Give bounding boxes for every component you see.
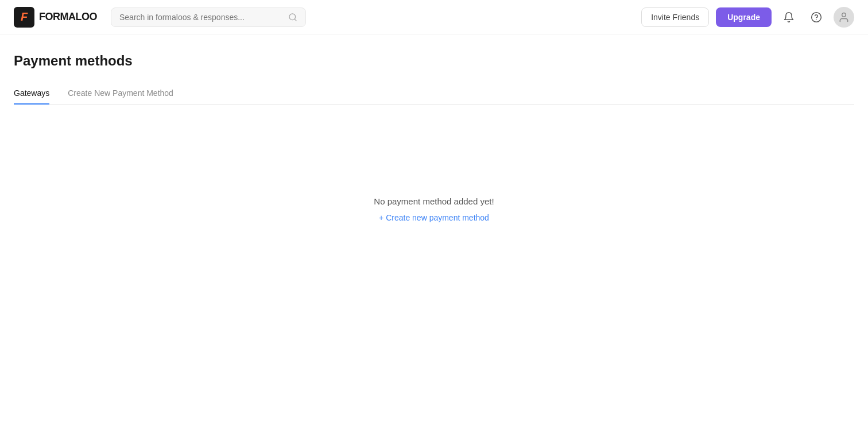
header-right: Invite Friends Upgrade (641, 7, 854, 28)
tab-create-new[interactable]: Create New Payment Method (68, 83, 173, 105)
logo-text: FORMALOO (39, 11, 97, 23)
logo-f-letter: F (21, 10, 28, 24)
bell-icon (783, 11, 795, 23)
search-input[interactable] (119, 13, 284, 22)
logo-icon: F (14, 7, 34, 28)
tab-gateways[interactable]: Gateways (14, 83, 49, 105)
user-icon (838, 11, 850, 23)
page-title: Payment methods (14, 53, 854, 69)
create-payment-method-link[interactable]: + Create new payment method (379, 213, 489, 222)
header: F FORMALOO Invite Friends Upgrade (0, 0, 868, 34)
search-icon (288, 13, 297, 22)
svg-point-4 (842, 13, 846, 17)
logo[interactable]: F FORMALOO (14, 7, 97, 28)
tabs-bar: Gateways Create New Payment Method (14, 83, 854, 105)
search-bar[interactable] (111, 7, 306, 27)
help-button[interactable] (806, 7, 827, 28)
avatar-button[interactable] (834, 7, 854, 28)
svg-line-1 (294, 19, 296, 21)
help-icon (811, 11, 822, 23)
invite-friends-button[interactable]: Invite Friends (641, 7, 709, 27)
empty-message: No payment method added yet! (374, 196, 494, 206)
main-content: Payment methods Gateways Create New Paym… (0, 34, 868, 222)
svg-point-2 (812, 12, 822, 22)
empty-state: No payment method added yet! + Create ne… (14, 196, 854, 222)
upgrade-button[interactable]: Upgrade (716, 7, 772, 27)
notifications-button[interactable] (778, 7, 799, 28)
